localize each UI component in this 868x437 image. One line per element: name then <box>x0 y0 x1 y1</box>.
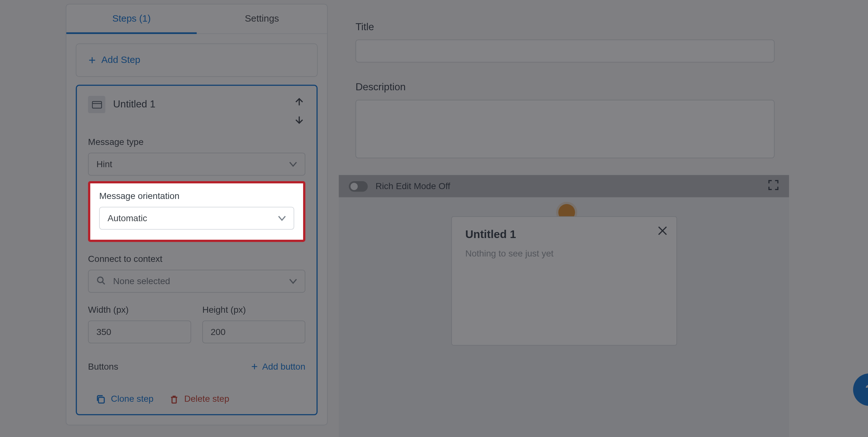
connect-context-select[interactable]: None selected <box>88 270 305 293</box>
height-input-wrap <box>203 320 305 343</box>
width-label: Width (px) <box>88 305 191 315</box>
width-field: Width (px) <box>88 305 191 343</box>
search-icon <box>96 275 105 287</box>
rich-edit-label: Rich Edit Mode Off <box>376 181 450 191</box>
description-label: Description <box>355 81 796 93</box>
message-orientation-label: Message orientation <box>99 191 294 202</box>
plus-icon: + <box>251 360 258 373</box>
card-icon <box>88 96 105 113</box>
help-icon: ? <box>865 382 868 397</box>
step-title: Untitled 1 <box>113 96 285 111</box>
add-step-label: Add Step <box>101 55 141 66</box>
message-orientation-value: Automatic <box>107 213 147 224</box>
expand-button[interactable] <box>768 180 779 193</box>
step-header: Untitled 1 <box>88 96 305 125</box>
message-type-select[interactable]: Hint <box>88 153 305 176</box>
buttons-field: Buttons + Add button <box>88 360 305 373</box>
clone-step-label: Clone step <box>111 394 153 404</box>
buttons-label: Buttons <box>88 361 118 372</box>
trash-icon <box>169 395 179 404</box>
chevron-down-icon <box>289 276 297 286</box>
svg-line-3 <box>103 282 105 284</box>
plus-icon: + <box>89 54 96 66</box>
chevron-down-icon <box>289 159 297 169</box>
height-input[interactable] <box>211 321 297 343</box>
reorder-controls <box>293 96 305 125</box>
card-actions: Clone step Delete step <box>88 394 305 404</box>
add-button-button[interactable]: + Add button <box>251 360 305 373</box>
hint-preview-close-button[interactable] <box>657 226 668 237</box>
step-card: Untitled 1 Message type Hint <box>76 85 318 415</box>
editor-toolbar: Rich Edit Mode Off <box>339 175 789 197</box>
hint-preview-body: Nothing to see just yet <box>465 249 663 259</box>
add-button-label: Add button <box>262 361 305 372</box>
height-field: Height (px) <box>203 305 305 343</box>
expand-icon <box>768 180 779 191</box>
delete-step-label: Delete step <box>184 394 229 404</box>
help-button[interactable]: ? <box>853 373 868 406</box>
message-type-label: Message type <box>88 137 305 147</box>
hint-preview: Untitled 1 Nothing to see just yet <box>452 216 677 346</box>
clone-step-button[interactable]: Clone step <box>96 394 154 404</box>
message-orientation-select[interactable]: Automatic <box>99 207 294 230</box>
panel-body: + Add Step Untitled 1 <box>66 34 327 425</box>
width-input[interactable] <box>96 321 183 343</box>
message-orientation-field: Message orientation Automatic <box>88 181 305 242</box>
tab-row: Steps (1) Settings <box>66 4 327 34</box>
width-input-wrap <box>88 320 191 343</box>
move-up-button[interactable] <box>293 97 305 107</box>
title-input[interactable] <box>355 40 775 63</box>
editor-canvas: Untitled 1 Nothing to see just yet <box>339 197 789 437</box>
chevron-down-icon <box>278 213 286 224</box>
tab-steps[interactable]: Steps (1) <box>66 4 197 33</box>
svg-point-2 <box>97 277 103 283</box>
copy-icon <box>96 395 105 404</box>
svg-rect-4 <box>98 397 104 403</box>
tab-settings[interactable]: Settings <box>197 4 327 33</box>
arrow-up-icon <box>295 97 304 107</box>
delete-step-button[interactable]: Delete step <box>169 394 229 404</box>
connect-context-field: Connect to context None selected <box>88 254 305 293</box>
rich-edit-toggle[interactable] <box>349 181 368 191</box>
connect-context-value: None selected <box>113 276 170 286</box>
svg-rect-0 <box>92 101 101 108</box>
height-label: Height (px) <box>203 305 305 315</box>
message-type-value: Hint <box>96 159 112 169</box>
move-down-button[interactable] <box>293 115 305 125</box>
close-icon <box>657 226 668 236</box>
message-type-field: Message type Hint <box>88 137 305 175</box>
connect-context-label: Connect to context <box>88 254 305 264</box>
arrow-down-icon <box>295 115 304 124</box>
left-panel: Steps (1) Settings + Add Step Untitled 1 <box>66 4 328 425</box>
hint-preview-title: Untitled 1 <box>465 228 663 241</box>
right-area: Title Description Rich Edit Mode Off Unt… <box>339 0 796 437</box>
description-input[interactable] <box>355 100 775 158</box>
title-label: Title <box>355 21 796 33</box>
add-step-button[interactable]: + Add Step <box>76 43 318 77</box>
